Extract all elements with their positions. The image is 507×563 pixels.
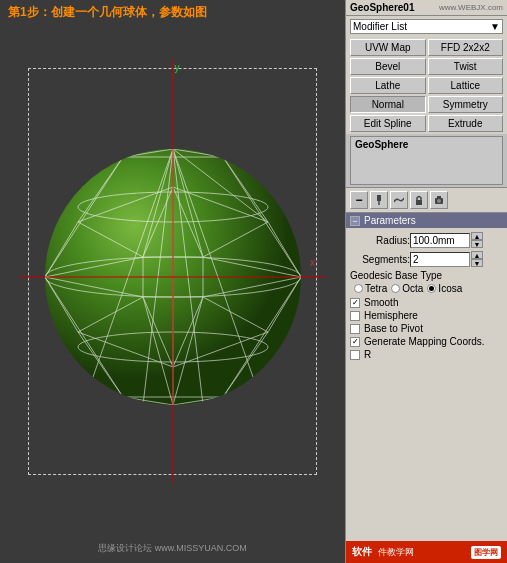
svg-point-57 [437,199,441,203]
bottom-logo: 图学网 [471,546,501,559]
radius-input[interactable]: 100.0mm [410,233,470,248]
camera-icon-btn[interactable] [430,191,448,209]
modifier-list-row: Modifier List ▼ [346,16,507,37]
dropdown-arrow-icon: ▼ [490,21,500,32]
mod-btn-lathe[interactable]: Lathe [350,77,426,94]
radius-label: Radius: [350,235,410,246]
radio-tetra[interactable]: Tetra [354,283,387,294]
smooth-checkbox[interactable] [350,298,360,308]
viewport-panel: 第1步：创建一个几何球体，参数如图 [0,0,345,563]
params-content: Radius: 100.0mm ▲ ▼ Segments: 2 ▲ ▼ [346,228,507,366]
mod-btn-normal[interactable]: Normal [350,96,426,113]
hemisphere-checkbox[interactable] [350,311,360,321]
geodesic-label: Geodesic Base Type [350,270,503,281]
mod-btn-bevel[interactable]: Bevel [350,58,426,75]
parameters-header: − Parameters [346,213,507,228]
parameters-section: − Parameters Radius: 100.0mm ▲ ▼ Segment… [346,213,507,541]
params-title: Parameters [364,215,416,226]
segments-up-btn[interactable]: ▲ [471,251,483,259]
mod-btn-symmetry[interactable]: Symmetry [428,96,504,113]
segments-row: Segments: 2 ▲ ▼ [350,251,503,267]
lock-icon-btn[interactable] [410,191,428,209]
base-to-pivot-checkbox-row: Base to Pivot [350,323,503,334]
segments-input[interactable]: 2 [410,252,470,267]
radio-octa[interactable]: Octa [391,283,423,294]
modifier-buttons-grid: UVW Map FFD 2x2x2 Bevel Twist Lathe Latt… [346,37,507,134]
pin-icon-btn[interactable] [370,191,388,209]
radio-tetra-label: Tetra [365,283,387,294]
radio-icosa-circle[interactable] [427,284,436,293]
params-collapse-btn[interactable]: − [350,216,360,226]
bottom-bar-text: 软件 [352,545,372,559]
smooth-label: Smooth [364,297,398,308]
viewport-watermark: 思缘设计论坛 www.MISSYUAN.COM [98,542,247,555]
segments-spinner: ▲ ▼ [471,251,483,267]
r-checkbox[interactable] [350,350,360,360]
segments-label: Segments: [350,254,410,265]
generate-mapping-checkbox-row: Generate Mapping Coords. [350,336,503,347]
step-label: 第1步：创建一个几何球体，参数如图 [8,4,207,21]
object-name: GeoSphere01 [350,2,414,13]
mod-btn-twist[interactable]: Twist [428,58,504,75]
svg-rect-53 [377,195,381,201]
mod-btn-extrude[interactable]: Extrude [428,115,504,132]
generate-mapping-label: Generate Mapping Coords. [364,336,485,347]
segments-down-btn[interactable]: ▼ [471,259,483,267]
mod-btn-lattice[interactable]: Lattice [428,77,504,94]
top-watermark: www.WEBJX.com [439,3,503,12]
geodesic-section: Geodesic Base Type Tetra Octa Icosa [350,270,503,294]
svg-rect-58 [437,196,441,198]
minus-icon-btn[interactable]: − [350,191,368,209]
generate-mapping-checkbox[interactable] [350,337,360,347]
radius-value: 100.0mm [413,235,455,246]
hemisphere-checkbox-row: Hemisphere [350,310,503,321]
mod-btn-ffd[interactable]: FFD 2x2x2 [428,39,504,56]
wave-icon-btn[interactable] [390,191,408,209]
right-panel: GeoSphere01 www.WEBJX.com Modifier List … [345,0,507,563]
mod-btn-edit-spline[interactable]: Edit Spline [350,115,426,132]
sphere-container: y x [10,30,335,523]
radio-octa-label: Octa [402,283,423,294]
radio-octa-circle[interactable] [391,284,400,293]
radius-spinner: ▲ ▼ [471,232,483,248]
geosphere-section: GeoSphere [350,136,503,185]
smooth-checkbox-row: Smooth [350,297,503,308]
radius-row: Radius: 100.0mm ▲ ▼ [350,232,503,248]
geodesic-radio-group: Tetra Octa Icosa [354,283,503,294]
geosphere-content [355,152,498,182]
r-label: R [364,349,371,360]
hemisphere-label: Hemisphere [364,310,418,321]
base-to-pivot-checkbox[interactable] [350,324,360,334]
top-header: GeoSphere01 www.WEBJX.com [346,0,507,16]
segments-value: 2 [413,254,419,265]
radio-tetra-circle[interactable] [354,284,363,293]
radio-icosa[interactable]: Icosa [427,283,462,294]
radius-up-btn[interactable]: ▲ [471,232,483,240]
modifier-list-dropdown[interactable]: Modifier List ▼ [350,19,503,34]
svg-rect-55 [416,200,422,205]
geosphere-section-label: GeoSphere [355,139,498,150]
radio-icosa-label: Icosa [438,283,462,294]
mod-btn-uvw-map[interactable]: UVW Map [350,39,426,56]
r-checkbox-row: R [350,349,503,360]
bottom-bar: 软件 件教学网 图学网 [346,541,507,563]
base-to-pivot-label: Base to Pivot [364,323,423,334]
radius-down-btn[interactable]: ▼ [471,240,483,248]
icon-bar: − [346,187,507,213]
